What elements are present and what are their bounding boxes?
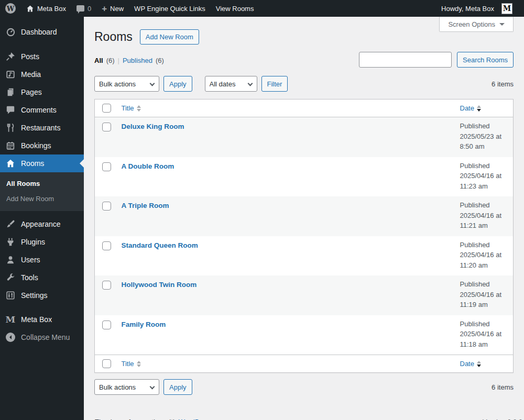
bulk-actions-select-wrap: Bulk actions <box>94 76 159 92</box>
sidebar-item-comments[interactable]: Comments <box>0 101 84 119</box>
sidebar-item-rooms[interactable]: Rooms <box>0 154 84 172</box>
bulk-actions-select-wrap: Bulk actions <box>94 379 159 395</box>
add-new-room-button[interactable]: Add New Room <box>140 29 199 45</box>
room-title-link[interactable]: A Triple Room <box>122 202 169 209</box>
filter-button[interactable]: Filter <box>261 76 288 92</box>
sort-by-title[interactable]: Title <box>122 104 141 112</box>
sidebar-item-dashboard[interactable]: Dashboard <box>0 23 84 41</box>
row-date: 2025/04/16 at 11:20 am <box>460 250 508 270</box>
settings-icon <box>5 290 16 301</box>
collapse-menu-label: Collapse Menu <box>21 333 70 341</box>
footer-thanks-text: Thank you for creating with <box>94 418 176 420</box>
sidebar-item-meta-box[interactable]: M Meta Box <box>0 311 84 328</box>
sidebar-item-appearance[interactable]: Appearance <box>0 215 84 233</box>
new-label: New <box>110 5 124 13</box>
room-title-link[interactable]: Deluxe King Room <box>122 123 184 130</box>
plugins-icon <box>5 237 16 247</box>
plus-icon: + <box>102 4 107 13</box>
metabox-icon: M <box>5 314 16 325</box>
users-icon <box>5 255 16 265</box>
sidebar-item-posts[interactable]: Posts <box>0 48 84 65</box>
sort-by-date[interactable]: Date <box>460 104 481 112</box>
screen-options-button[interactable]: Screen Options <box>439 17 514 32</box>
wp-engine-quick-links[interactable]: WP Engine Quick Links <box>129 0 211 17</box>
select-all-checkbox[interactable] <box>102 359 111 368</box>
sidebar-item-restaurants[interactable]: Restaurants <box>0 119 84 137</box>
sidebar-item-users[interactable]: Users <box>0 251 84 269</box>
select-all-checkbox[interactable] <box>102 104 111 113</box>
date-column-header: Date <box>460 104 474 112</box>
footer-thanks: Thank you for creating with WordPress. <box>94 418 214 420</box>
apply-button[interactable]: Apply <box>163 76 192 92</box>
new-content-menu[interactable]: + New <box>96 0 129 17</box>
collapse-menu-button[interactable]: Collapse Menu <box>0 328 84 346</box>
view-rooms-link[interactable]: View Rooms <box>211 0 259 17</box>
room-title-link[interactable]: Standard Queen Room <box>122 241 198 249</box>
comments-count: 0 <box>88 5 91 13</box>
row-checkbox[interactable] <box>102 202 111 211</box>
sidebar-item-bookings[interactable]: Bookings <box>0 137 84 154</box>
sidebar-label: Tools <box>21 273 38 282</box>
row-status: Published <box>460 319 508 329</box>
filter-all-count: (6) <box>106 57 115 64</box>
view-rooms-label: View Rooms <box>216 5 254 13</box>
bulk-actions-select[interactable]: Bulk actions <box>94 76 159 92</box>
row-status: Published <box>460 121 508 131</box>
filter-published-count: (6) <box>156 57 164 64</box>
rooms-submenu: All Rooms Add New Room <box>0 172 84 211</box>
room-title-link[interactable]: Family Room <box>122 320 166 328</box>
search-input[interactable] <box>359 52 452 68</box>
site-name-menu[interactable]: Meta Box <box>21 0 71 17</box>
wordpress-link[interactable]: WordPress <box>178 418 212 420</box>
search-form: Search Rooms <box>359 52 514 68</box>
all-dates-select[interactable]: All dates <box>205 76 257 92</box>
wordpress-logo-button[interactable]: W <box>0 0 21 17</box>
sort-by-title[interactable]: Title <box>122 360 141 368</box>
items-count: 6 items <box>492 383 514 391</box>
row-checkbox[interactable] <box>102 162 111 171</box>
quick-links-label: WP Engine Quick Links <box>134 5 205 13</box>
sidebar-label: Users <box>21 256 40 264</box>
sidebar-item-settings[interactable]: Settings <box>0 286 84 304</box>
row-checkbox[interactable] <box>102 123 111 131</box>
room-title-link[interactable]: Hollywood Twin Room <box>122 281 197 289</box>
sidebar-item-tools[interactable]: Tools <box>0 269 84 286</box>
filter-all-link[interactable]: All <box>94 57 103 64</box>
apply-button[interactable]: Apply <box>163 379 192 395</box>
room-title-link[interactable]: A Double Room <box>122 162 174 170</box>
sidebar-label: Rooms <box>21 159 44 168</box>
sidebar-item-all-rooms[interactable]: All Rooms <box>0 176 84 191</box>
my-account-menu[interactable]: Howdy, Meta Box M <box>436 0 524 17</box>
main-content: Screen Options Rooms Add New Room All (6… <box>84 17 524 420</box>
appearance-icon <box>5 219 16 229</box>
row-date: 2025/04/16 at 11:23 am <box>460 171 508 191</box>
sidebar-item-add-new-room[interactable]: Add New Room <box>0 191 84 206</box>
row-checkbox[interactable] <box>102 281 111 290</box>
filter-separator: | <box>118 57 119 64</box>
comments-menu[interactable]: 0 <box>71 0 96 17</box>
wordpress-logo-icon: W <box>5 3 16 14</box>
tablenav-bottom: Bulk actions Apply 6 items <box>94 379 514 395</box>
sidebar-item-plugins[interactable]: Plugins <box>0 233 84 251</box>
sort-by-date[interactable]: Date <box>460 360 481 368</box>
search-rooms-button[interactable]: Search Rooms <box>457 52 514 68</box>
tablenav-top: Bulk actions Apply All dates Filter 6 it… <box>94 76 514 92</box>
row-checkbox[interactable] <box>102 320 111 329</box>
sidebar-item-media[interactable]: Media <box>0 65 84 83</box>
sidebar-item-pages[interactable]: Pages <box>0 83 84 101</box>
row-date: 2025/04/16 at 11:21 am <box>460 211 508 231</box>
admin-bar: W Meta Box 0 + New WP Engine Quick Links… <box>0 0 524 17</box>
row-checkbox[interactable] <box>102 241 111 250</box>
howdy-label: Howdy, Meta Box <box>441 5 498 13</box>
site-name-label: Meta Box <box>37 5 66 13</box>
date-column-header: Date <box>460 360 474 368</box>
sidebar-label: Plugins <box>21 238 45 246</box>
table-row: Hollywood Twin Room Published2025/04/16 … <box>95 275 514 315</box>
comment-bubble-icon <box>77 5 84 12</box>
footer-period: . <box>212 418 214 420</box>
view-filter-links: All (6) | Published (6) <box>94 57 164 68</box>
sidebar-label: Bookings <box>21 141 51 150</box>
restaurants-icon <box>5 123 16 133</box>
bulk-actions-select[interactable]: Bulk actions <box>94 379 159 395</box>
filter-published-link[interactable]: Published <box>123 57 152 64</box>
